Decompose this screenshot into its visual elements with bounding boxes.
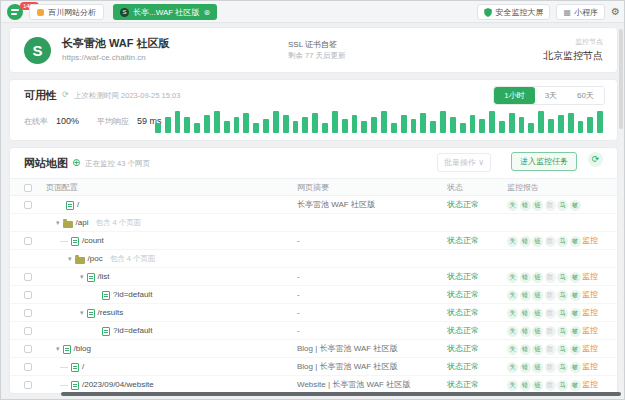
range-60d[interactable]: 60天 [567,87,604,104]
monitor-badge-4[interactable]: 防 [545,290,556,301]
refresh-icon[interactable]: ⟳ [62,90,69,99]
collapse-icon[interactable]: ▾ [56,214,60,232]
monitor-badges[interactable]: 失错链防马敏 [507,308,581,319]
monitor-badge-5[interactable]: 马 [557,200,568,211]
monitor-badge-2[interactable]: 错 [520,290,531,301]
table-row-folder[interactable]: ▾/poc包含 4 个页面 [10,250,617,268]
monitor-badge-1[interactable]: 失 [507,326,518,337]
monitor-badge-4[interactable]: 防 [545,344,556,355]
monitor-badge-4[interactable]: 防 [545,236,556,247]
monitor-badge-5[interactable]: 马 [557,236,568,247]
row-checkbox[interactable] [24,237,32,245]
extra-link[interactable]: 监控 [582,304,598,322]
row-checkbox[interactable] [24,201,32,209]
monitor-badge-1[interactable]: 失 [507,272,518,283]
monitor-badge-3[interactable]: 链 [532,200,543,211]
enter-monitor-task-button[interactable]: 进入监控任务 [511,152,577,171]
row-checkbox[interactable] [24,381,32,389]
extra-link[interactable]: 监控 [582,340,598,358]
monitor-badge-3[interactable]: 链 [532,344,543,355]
row-checkbox[interactable] [24,309,32,317]
monitor-badge-1[interactable]: 失 [507,236,518,247]
monitor-badge-5[interactable]: 马 [557,308,568,319]
monitor-badge-4[interactable]: 防 [545,308,556,319]
monitor-badge-4[interactable]: 防 [545,272,556,283]
monitor-badge-3[interactable]: 链 [532,236,543,247]
monitor-badge-1[interactable]: 失 [507,290,518,301]
monitor-badge-3[interactable]: 链 [532,326,543,337]
monitor-badge-2[interactable]: 错 [520,272,531,283]
monitor-badge-3[interactable]: 链 [532,380,543,391]
monitor-badge-3[interactable]: 链 [532,272,543,283]
monitor-badge-6[interactable]: 敏 [570,362,581,373]
extra-link[interactable]: 监控 [582,286,598,304]
tab-waf-active[interactable]: S 长亭...WAF 社区版 ⊗ [113,4,217,20]
mini-program-button[interactable]: ▦ 小程序 [556,4,605,20]
monitor-badge-1[interactable]: 失 [507,380,518,391]
table-row[interactable]: / 长亭雷池 WAF 社区版 状态正常 失错链防马敏 [10,196,617,214]
monitor-badges[interactable]: 失错链防马敏 [507,272,581,283]
monitor-badge-5[interactable]: 马 [557,326,568,337]
monitor-badge-2[interactable]: 错 [520,362,531,373]
monitor-badge-2[interactable]: 错 [520,326,531,337]
monitor-badge-1[interactable]: 失 [507,308,518,319]
table-row[interactable]: ?id=default - 状态正常 失错链防马敏 监控 [10,286,617,304]
monitor-badge-4[interactable]: 防 [545,326,556,337]
horizontal-scrollbar-thumb[interactable] [61,392,621,396]
monitor-badge-2[interactable]: 错 [520,200,531,211]
monitor-badges[interactable]: 失错链防马敏 [507,344,581,355]
sitemap-refresh-icon[interactable]: ⟳ [588,152,603,167]
monitor-badge-6[interactable]: 敏 [570,236,581,247]
monitor-badge-6[interactable]: 敏 [570,380,581,391]
monitor-badge-5[interactable]: 马 [557,380,568,391]
row-checkbox[interactable] [24,327,32,335]
monitor-badge-5[interactable]: 马 [557,272,568,283]
collapse-icon[interactable]: ▾ [80,304,84,322]
range-3d[interactable]: 3天 [535,87,567,104]
batch-actions-dropdown[interactable]: 批量操作 ∨ [437,153,491,172]
monitor-badge-1[interactable]: 失 [507,362,518,373]
row-checkbox[interactable] [24,273,32,281]
row-checkbox[interactable] [24,345,32,353]
vertical-scrollbar-thumb[interactable] [619,29,623,129]
settings-gear-icon[interactable]: ⚙ [611,4,620,20]
monitor-badge-5[interactable]: 马 [557,344,568,355]
monitor-badges[interactable]: 失错链防马敏 [507,362,581,373]
monitor-badge-3[interactable]: 链 [532,362,543,373]
collapse-icon[interactable]: ▾ [80,268,84,286]
extra-link[interactable]: 监控 [582,322,598,340]
collapse-icon[interactable]: ▾ [56,340,60,358]
monitor-badges[interactable]: 失错链防马敏 [507,326,581,337]
monitor-badge-6[interactable]: 敏 [570,272,581,283]
collapse-icon[interactable]: ▾ [68,250,72,268]
table-row[interactable]: / Blog | 长亭雷池 WAF 社区版 状态正常 失错链防马敏 监控 [10,358,617,376]
table-row[interactable]: /count - 状态正常 失错链防马敏 监控 [10,232,617,250]
monitor-badge-2[interactable]: 错 [520,380,531,391]
monitor-badge-6[interactable]: 敏 [570,290,581,301]
monitor-badge-1[interactable]: 失 [507,344,518,355]
monitor-badge-2[interactable]: 错 [520,344,531,355]
table-row[interactable]: ▾/results - 状态正常 失错链防马敏 监控 [10,304,617,322]
tab-baichuan[interactable]: 百川网站分析 [29,4,104,20]
table-row[interactable]: ▾/list - 状态正常 失错链防马敏 监控 [10,268,617,286]
monitor-badge-4[interactable]: 防 [545,200,556,211]
extra-link[interactable]: 监控 [582,232,598,250]
monitor-badge-2[interactable]: 错 [520,308,531,319]
range-1h[interactable]: 1小时 [494,87,534,104]
monitor-badge-1[interactable]: 失 [507,200,518,211]
monitor-badge-3[interactable]: 链 [532,290,543,301]
monitor-badge-4[interactable]: 防 [545,380,556,391]
monitor-badge-5[interactable]: 马 [557,362,568,373]
monitor-badge-5[interactable]: 马 [557,290,568,301]
row-checkbox[interactable] [24,291,32,299]
monitor-badge-6[interactable]: 敏 [570,326,581,337]
table-row-folder[interactable]: ▾/api包含 4 个页面 [10,214,617,232]
monitor-badge-2[interactable]: 错 [520,236,531,247]
extra-link[interactable]: 监控 [582,268,598,286]
monitor-badge-3[interactable]: 链 [532,308,543,319]
monitor-badge-6[interactable]: 敏 [570,344,581,355]
select-all-checkbox[interactable] [24,184,32,192]
monitor-node-value[interactable]: 北京监控节点 [543,49,603,63]
extra-link[interactable]: 监控 [582,358,598,376]
monitor-badges[interactable]: 失错链防马敏 [507,290,581,301]
